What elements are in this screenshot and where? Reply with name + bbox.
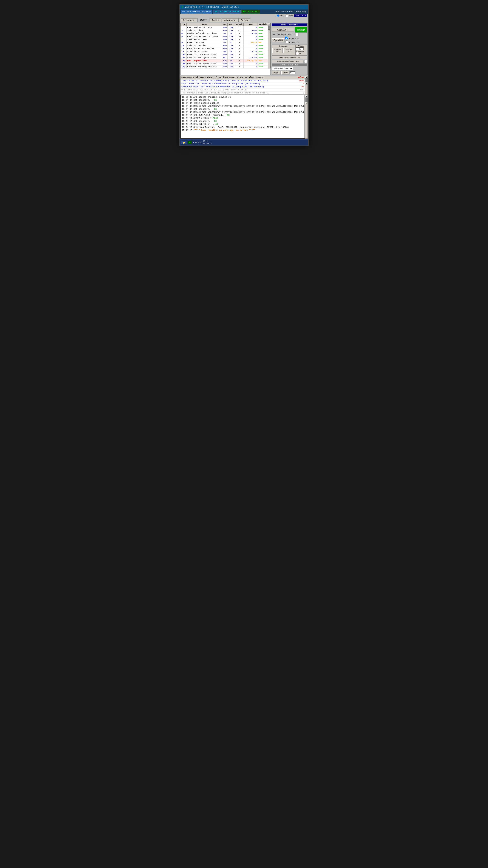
table-row: 0 (235, 41, 243, 44)
scroll-up-arrow[interactable]: ▲ (268, 23, 270, 25)
abort-button[interactable]: Abort (281, 71, 290, 75)
list-item: 13:51:32 API access enabled, device #1 (182, 96, 304, 99)
params-scroll-down[interactable]: ▼ (305, 83, 307, 85)
auto-save-off-button[interactable]: Auto Save attributes OFF (272, 60, 303, 63)
scroll-down-arrow[interactable]: ▼ (268, 30, 270, 32)
tab-tests[interactable]: Tests (209, 18, 221, 22)
test-value-input[interactable] (290, 71, 295, 74)
tab-setup[interactable]: Setup (238, 18, 250, 22)
table-row: ●●●● (258, 59, 268, 62)
table-row: Load/unload cycle count (187, 56, 222, 59)
minimize-button[interactable]: — (305, 6, 306, 9)
period-label: [ period ] (296, 50, 306, 52)
list-item: 13:54:19 Get passport... OK (182, 120, 304, 123)
table-row: Power-off retract count (187, 53, 222, 56)
drive-model: WDC WD3200BPVT-24ZEST0 (181, 10, 212, 13)
col-header-tresh: Tresh (235, 23, 243, 26)
begin-button[interactable]: Begin (272, 71, 281, 75)
table-row: 51 (235, 26, 243, 29)
table-row: 4 (181, 32, 187, 35)
table-row: 90 (228, 32, 235, 35)
save-bin-checkbox-label[interactable]: Save BIN (285, 37, 299, 40)
table-row: Start/stop count (187, 51, 222, 53)
table-row: 0 (235, 56, 243, 59)
tab-smart[interactable]: SMART (197, 18, 209, 22)
scroll-thumb[interactable] (268, 25, 270, 30)
save-bin-checkbox[interactable] (285, 37, 288, 39)
smart-table-scrollbar[interactable]: ▲ ▼ (268, 23, 270, 68)
tab-standard[interactable]: Standard (181, 18, 197, 22)
system-tray: ▲ 🖥 РУС 15:1 03.03.2 (193, 140, 212, 145)
table-row: 0 (243, 65, 258, 68)
open-bin-button[interactable]: Open BIN (272, 38, 285, 42)
pio-radio[interactable] (286, 14, 288, 17)
crypt-id-checkbox[interactable] (285, 40, 288, 43)
taskbar-folder-button[interactable]: 📁 (181, 141, 187, 145)
on-checkbox[interactable] (296, 52, 299, 55)
list-item: 13:54:08 Model: WDC WD3200BPVT-24ZEST0; … (182, 111, 304, 114)
table-row: ●●●● (258, 32, 268, 35)
table-row: 100 (228, 44, 235, 48)
table-row: 0 (243, 26, 258, 29)
smart-off-button[interactable]: SMART OFF (283, 48, 294, 53)
auto-save-on-button[interactable]: Auto Save attributes ON (272, 56, 307, 59)
get-smart-button[interactable]: Get SMART (272, 28, 294, 32)
api-radio[interactable] (277, 14, 280, 17)
list-item: 93 (296, 86, 305, 89)
table-row: 100 (222, 48, 228, 51)
table-row: 9 (181, 41, 187, 44)
good-status-button[interactable]: GOOD (295, 27, 307, 32)
taskbar-victoria-button[interactable]: + (188, 141, 192, 145)
log-scroll-down[interactable]: ▼ (305, 102, 307, 104)
table-row: 0 (235, 44, 243, 48)
smart-on-button[interactable]: SMART ON (272, 48, 283, 53)
use-ibm-checkbox[interactable] (296, 33, 298, 36)
timer-input[interactable]: 60 (296, 48, 303, 50)
params-table: Total time in seconds to complete off-li… (181, 80, 305, 94)
table-row: 90 (222, 32, 228, 35)
col-header-id: ID (181, 23, 187, 26)
table-row: 140 (222, 29, 228, 32)
params-scroll-up[interactable]: ▲ (305, 76, 307, 78)
col-header-wrst: Wrst (228, 23, 235, 26)
test-type-dropdown[interactable]: Off-line data collect (272, 67, 293, 70)
table-row: 21 (235, 29, 243, 32)
pio-radio-label[interactable]: PIO (286, 14, 293, 17)
col-header-name: Name (187, 23, 222, 26)
auto-save-checkbox[interactable] (304, 60, 307, 63)
table-row: 0 (243, 44, 258, 48)
table-row: 0 (243, 38, 258, 41)
table-row: 90 (222, 51, 228, 53)
table-row: 200 (228, 38, 235, 41)
list-item: 0 (296, 92, 305, 94)
params-scroll-thumb[interactable] (305, 78, 307, 83)
table-row: ●●●●● (258, 44, 268, 48)
params-panel: Parameters of SMART data collections tes… (180, 76, 305, 95)
table-row: 200 (228, 53, 235, 56)
table-row: 100 (228, 48, 235, 51)
app-title: Victoria 4.47 Freeware (2013-02-20) (185, 6, 239, 9)
params-scrollbar[interactable]: ▲ ▼ (305, 76, 308, 95)
crypt-id-checkbox-label[interactable]: Crypt id (285, 40, 299, 44)
api-radio-label[interactable]: API (277, 14, 284, 17)
log-scroll-thumb[interactable] (305, 97, 307, 102)
table-row: 28424 (243, 41, 258, 44)
table-row: Current pending sectors (187, 65, 222, 68)
table-row: 232 (243, 53, 258, 56)
params-section-wrapper: Parameters of SMART data collections tes… (180, 76, 308, 95)
table-row: ●●●●● (258, 65, 268, 68)
table-row: 78 (228, 59, 235, 62)
list-item: 13:54:10 Get S.M.A.R.T. command... OK (182, 114, 304, 117)
on-checkbox-label[interactable]: ON (296, 52, 306, 55)
table-row: 126 (222, 59, 228, 62)
table-row: 0 (235, 51, 243, 53)
table-row: 161 (228, 56, 235, 59)
list-item: 13:54:08 Get passport... OK (182, 108, 304, 111)
list-item: Extended self-test routine recommended p… (181, 86, 296, 89)
table-row: 5 (181, 35, 187, 38)
tab-advanced[interactable]: Advanced (222, 18, 238, 22)
log-scrollbar[interactable]: ▲ ▼ (305, 95, 308, 138)
table-row: 194 (181, 59, 187, 62)
log-scroll-up[interactable]: ▲ (305, 95, 307, 97)
table-row: 10 (181, 44, 187, 48)
